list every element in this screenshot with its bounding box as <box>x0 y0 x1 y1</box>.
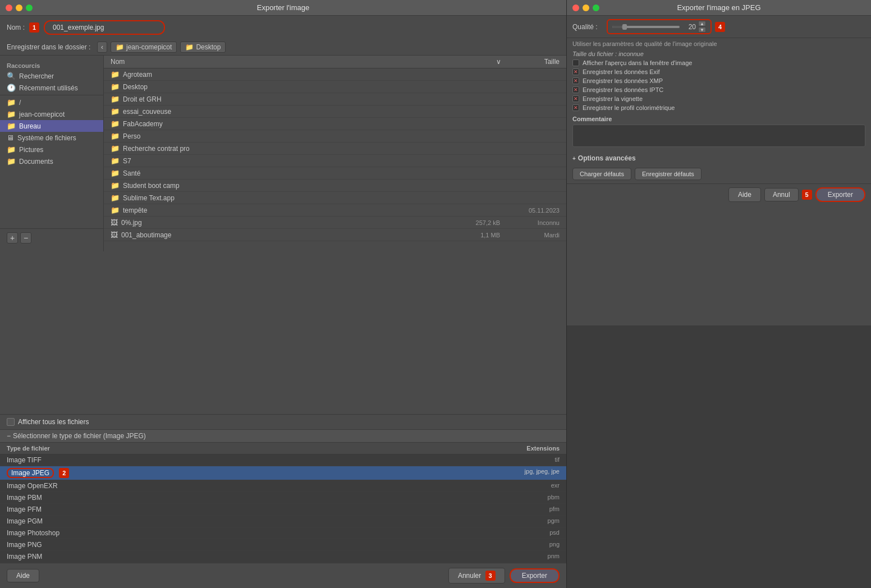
xmp-checkbox[interactable] <box>572 77 579 84</box>
annuler-button-left[interactable]: Annuler 3 <box>448 568 505 584</box>
right-minimize-button[interactable] <box>583 4 589 11</box>
close-button[interactable] <box>6 4 12 11</box>
annuler-button-right[interactable]: Annul <box>764 188 799 201</box>
sidebar-item-search[interactable]: 🔍 Rechercher <box>0 70 103 82</box>
sidebar-title: Raccourcis <box>0 60 103 70</box>
filetype-row-jpeg[interactable]: Image JPEG 2 jpg, jpeg, jpe <box>0 466 566 480</box>
minimize-button[interactable] <box>16 4 22 11</box>
filetype-row-pnm[interactable]: Image PNM pnm <box>0 551 566 563</box>
main-title-bar: Exporter l'image <box>0 0 566 16</box>
file-item-recherche[interactable]: 📁 Recherche contrat pro <box>104 143 566 155</box>
annotation-1: 1 <box>29 22 39 33</box>
option-exif: Enregistrer les données Exif <box>567 67 871 76</box>
remove-location-button[interactable]: − <box>20 232 31 244</box>
filetype-ext: png <box>447 541 560 549</box>
filetype-row-pbm[interactable]: Image PBM pbm <box>0 492 566 504</box>
filetype-row-pgm[interactable]: Image PGM pgm <box>0 516 566 527</box>
use-original-label: Utiliser les paramètres de qualité de l'… <box>572 40 717 47</box>
filetype-selector-label: Sélectionner le type de fichier (Image J… <box>13 432 146 440</box>
filetype-row-psd[interactable]: Image Photoshop psd <box>0 527 566 539</box>
nom-input[interactable] <box>48 22 161 33</box>
quality-slider[interactable] <box>612 26 680 28</box>
filetype-header[interactable]: − Sélectionner le type de fichier (Image… <box>0 430 566 443</box>
file-item-desktop[interactable]: 📁 Desktop <box>104 81 566 93</box>
sidebar-item-root[interactable]: 📁 / <box>0 97 103 108</box>
sidebar-item-jean[interactable]: 📁 jean-comepicot <box>0 108 103 120</box>
sidebar-label-jean: jean-comepicot <box>19 111 65 118</box>
file-item-sublime[interactable]: 📁 Sublime Text.app <box>104 192 566 204</box>
show-all-label: Afficher tous les fichiers <box>18 418 89 426</box>
filetype-row-png[interactable]: Image PNG png <box>0 539 566 551</box>
enregistrer-defauts-button[interactable]: Enregistrer défauts <box>635 168 702 180</box>
filetype-name: Image PNM <box>7 553 447 561</box>
pictures-icon: 📁 <box>7 145 16 154</box>
file-name: tempête <box>123 206 500 214</box>
col-ext-header: Extensions <box>447 445 560 452</box>
exporter-button-right[interactable]: Exporter <box>815 187 865 202</box>
filetype-name: Image PBM <box>7 494 447 502</box>
folder-icon: 📁 <box>111 157 120 165</box>
maximize-button[interactable] <box>26 4 33 11</box>
sidebar-item-bureau[interactable]: 📁 Bureau <box>0 120 103 132</box>
filetype-name: Image Photoshop <box>7 529 447 537</box>
folder-icon: 📁 <box>111 144 120 153</box>
folder-crumb-1[interactable]: 📁 jean-comepicot <box>111 42 177 53</box>
right-close-button[interactable] <box>572 4 579 11</box>
sort-icon[interactable]: ∨ <box>496 58 501 66</box>
main-export-window: Exporter l'image Nom : 1 Enregistrer dan… <box>0 0 567 588</box>
folder-icon: 📁 <box>111 120 120 128</box>
exporter-button-left[interactable]: Exporter <box>510 568 560 583</box>
comment-label: Commentaire <box>572 116 865 122</box>
filetype-row-tiff[interactable]: Image TIFF tif <box>0 454 566 466</box>
col-type-header: Type de fichier <box>7 445 447 452</box>
aide-button-left[interactable]: Aide <box>7 569 39 582</box>
sidebar-item-system[interactable]: 🖥 Système de fichiers <box>0 132 103 144</box>
show-all-checkbox[interactable] <box>7 418 15 426</box>
filetype-row-exr[interactable]: Image OpenEXR exr <box>0 480 566 492</box>
advanced-options-row[interactable]: + Options avancées <box>567 152 871 164</box>
file-item-001about[interactable]: 🖼 001_aboutimage 1,1 MB Mardi <box>104 229 566 241</box>
file-name: 0%.jpg <box>121 219 441 227</box>
colorimetrique-checkbox[interactable] <box>572 104 579 111</box>
collapse-icon: − <box>7 432 11 440</box>
back-button[interactable]: ‹ <box>97 42 107 53</box>
folder-crumb-2[interactable]: 📁 Desktop <box>180 42 226 53</box>
quality-decrement[interactable]: ▼ <box>698 27 706 33</box>
apercu-label: Afficher l'aperçu dans la fenêtre d'imag… <box>583 59 692 66</box>
comment-textarea[interactable] <box>572 125 865 147</box>
file-item-droit[interactable]: 📁 Droit et GRH <box>104 93 566 105</box>
iptc-label: Enregistrer les données IPTC <box>583 86 663 93</box>
vignette-checkbox[interactable] <box>572 95 579 102</box>
file-item-tempete[interactable]: 📁 tempête 05.11.2023 <box>104 204 566 217</box>
folder-icon: 📁 <box>111 82 120 91</box>
file-item-0pct[interactable]: 🖼 0%.jpg 257,2 kB Inconnu <box>104 217 566 229</box>
sidebar-label-pictures: Pictures <box>19 146 43 154</box>
file-item-perso[interactable]: 📁 Perso <box>104 130 566 143</box>
filetype-row-pfm[interactable]: Image PFM pfm <box>0 504 566 516</box>
file-item-sante[interactable]: 📁 Santé <box>104 167 566 180</box>
sidebar-item-pictures[interactable]: 📁 Pictures <box>0 144 103 155</box>
file-item-student[interactable]: 📁 Student boot camp <box>104 180 566 192</box>
sidebar-item-documents[interactable]: 📁 Documents <box>0 155 103 167</box>
charger-defauts-button[interactable]: Charger défauts <box>572 168 631 180</box>
image-icon: 🖼 <box>111 231 118 239</box>
folder-icon: 📁 <box>111 169 120 177</box>
file-item-s7[interactable]: 📁 S7 <box>104 155 566 167</box>
right-panel-title-text: Exporter l'image en JPEG <box>677 3 760 12</box>
add-location-button[interactable]: + <box>7 232 18 244</box>
file-list: 📁 Agroteam 📁 Desktop 📁 Droit et GRH 📁 es… <box>104 68 566 251</box>
apercu-checkbox[interactable] <box>572 59 579 66</box>
folder-icon: 📁 <box>111 181 120 190</box>
right-maximize-button[interactable] <box>593 4 599 11</box>
file-item-fabacademy[interactable]: 📁 FabAcademy <box>104 118 566 130</box>
aide-button-right[interactable]: Aide <box>728 187 761 202</box>
file-item-agroteam[interactable]: 📁 Agroteam <box>104 68 566 81</box>
exif-checkbox[interactable] <box>572 68 579 75</box>
quality-increment[interactable]: ▲ <box>698 21 706 26</box>
sidebar-item-recent[interactable]: 🕐 Récemment utilisés <box>0 82 103 94</box>
quality-stepper: ▲ ▼ <box>698 21 706 33</box>
file-size-row: Taille du fichier : inconnue <box>567 49 871 58</box>
iptc-checkbox[interactable] <box>572 86 579 93</box>
file-item-essai[interactable]: 📁 essai_couveuse <box>104 105 566 118</box>
filetype-name: Image PFM <box>7 506 447 513</box>
